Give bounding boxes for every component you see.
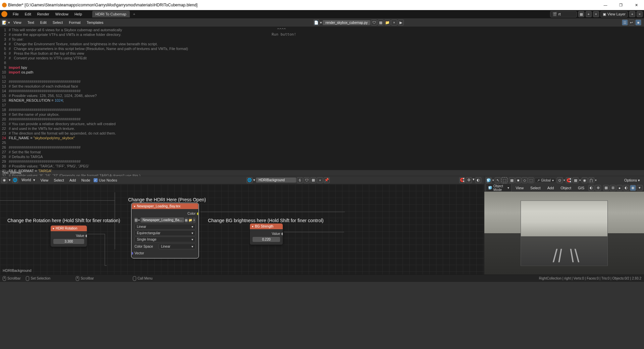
vp-menu-object[interactable]: Object	[558, 185, 574, 191]
node-header-texture[interactable]: ▾Newspaper_Loading_Bay.tex	[132, 203, 198, 209]
material-unlink-button[interactable]: ×	[317, 177, 323, 183]
ne-menu-select[interactable]: Select	[52, 178, 66, 183]
world-selector[interactable]: World ▾	[19, 177, 37, 183]
node-hdri-rotation[interactable]: ▾HDRI Rotation Value 3.300	[50, 225, 87, 247]
te-menu-templates[interactable]: Templates	[84, 19, 106, 26]
code-content[interactable]: # This will render all 6 views for a Sky…	[7, 27, 644, 170]
shading-material[interactable]: ◐	[623, 185, 629, 191]
viewlayer-selector[interactable]: ▣View Layer	[600, 11, 628, 17]
rotation-value-field[interactable]: 3.300	[53, 239, 84, 244]
interpolation-dropdown[interactable]: Linear▾	[135, 224, 196, 230]
socket-color-out[interactable]: Color	[135, 211, 196, 216]
menu-window[interactable]: Window	[53, 11, 71, 17]
node-header-bg[interactable]: ▾BG Strength	[250, 223, 283, 229]
viewport-body[interactable]	[484, 192, 644, 275]
select-visible-toggle[interactable]: ▦	[509, 177, 515, 183]
material-name-field[interactable]: HDRIBackground	[256, 178, 296, 183]
snap-element-selector[interactable]: ▦	[573, 177, 579, 183]
text-new-button[interactable]: ▦	[378, 19, 384, 26]
node-canvas[interactable]: Change the Rotation here (Hold Shift for…	[0, 184, 484, 275]
text-unlink-button[interactable]: ×	[391, 19, 397, 26]
scene-browse-button[interactable]: ▦	[578, 11, 584, 17]
socket-vector-in[interactable]: Vector	[135, 251, 196, 256]
te-menu-select[interactable]: Select	[50, 19, 66, 26]
source-dropdown[interactable]: Single Image▾	[135, 237, 196, 242]
select-all-toggle[interactable]: ⬚	[528, 177, 534, 183]
image-name-field[interactable]: Newspaper_Loading_Ba...	[141, 217, 184, 222]
editor-type-3d-icon[interactable]: 🧊	[486, 177, 492, 183]
proportional-falloff[interactable]: ⋂	[588, 177, 594, 183]
te-menu-edit[interactable]: Edit	[38, 19, 49, 26]
shading-options[interactable]: ▾	[637, 185, 643, 191]
snap-options[interactable]: ⚙	[466, 177, 472, 183]
world-icon[interactable]: 🌐	[12, 177, 18, 183]
image-users-button[interactable]: ▦	[185, 217, 188, 223]
ne-menu-view[interactable]: View	[39, 178, 51, 183]
mode-selector[interactable]: 🧊Object Mode▾	[486, 184, 512, 192]
shield-icon[interactable]: 🛡	[371, 19, 377, 26]
image-unlink-button[interactable]: ×	[193, 217, 196, 223]
viewlayer-new-button[interactable]: +	[629, 11, 635, 17]
editor-type-shader-icon[interactable]: ◉	[1, 177, 7, 183]
use-nodes-checkbox[interactable]: ✓Use Nodes	[94, 178, 117, 182]
scene-new-button[interactable]: +	[586, 11, 592, 17]
node-header-rotation[interactable]: ▾HDRI Rotation	[51, 226, 87, 231]
ne-menu-node[interactable]: Node	[79, 178, 92, 183]
overlay-toggle-vp[interactable]: ⊕	[595, 185, 601, 191]
xray-toggle[interactable]: ▦	[603, 185, 609, 191]
socket-value-out-bg[interactable]: Value	[253, 231, 280, 236]
text-open-button[interactable]: 📁	[384, 19, 390, 26]
fake-user-button[interactable]: 🛡	[304, 177, 310, 183]
word-wrap-toggle[interactable]: ↩	[629, 19, 635, 26]
image-open-button[interactable]: 📁	[189, 217, 192, 223]
snap-toggle[interactable]: 🧲	[459, 177, 465, 183]
syntax-highlight-toggle[interactable]: ■	[635, 19, 641, 26]
text-browse-button[interactable]: 📄	[313, 19, 319, 26]
workspace-add-button[interactable]: +	[130, 11, 138, 17]
orientation-selector[interactable]: ↗Global▾	[535, 178, 556, 183]
colorspace-dropdown[interactable]: Linear▾	[159, 244, 196, 249]
window-minimize-button[interactable]: —	[598, 0, 613, 10]
gizmo-toggle[interactable]: ◐	[588, 185, 594, 191]
select-wire-toggle[interactable]: ◇	[522, 177, 528, 183]
socket-value-out[interactable]: Value	[53, 233, 84, 238]
te-menu-view[interactable]: View	[11, 19, 24, 26]
run-script-button[interactable]: ▶	[398, 19, 404, 26]
vp-menu-view[interactable]: View	[513, 185, 526, 191]
scene-selector[interactable]: 🎬rt	[550, 11, 577, 17]
te-menu-format[interactable]: Format	[66, 19, 83, 26]
proportional-edit[interactable]: ◉	[582, 177, 588, 183]
workspace-tab-hdri[interactable]: HDRI To Cubemap	[92, 11, 130, 17]
line-numbers-toggle[interactable]: ☰	[622, 19, 628, 26]
shading-wireframe[interactable]: ⊞	[610, 185, 616, 191]
snap-toggle-vp[interactable]: 🧲	[566, 177, 572, 183]
node-environment-texture[interactable]: ▾Newspaper_Loading_Bay.tex Color 🖼▾ News…	[131, 203, 199, 258]
pivot-selector[interactable]: ⊙	[557, 177, 563, 183]
image-browse-button[interactable]: 🖼	[135, 217, 138, 223]
cursor-tool[interactable]: ↖	[495, 177, 501, 183]
scene-delete-button[interactable]: ×	[593, 11, 599, 17]
window-close-button[interactable]: ✕	[629, 0, 644, 10]
vp-menu-select[interactable]: Select	[528, 185, 543, 191]
vp-menu-gis[interactable]: GIS	[575, 185, 587, 191]
viewlayer-delete-button[interactable]: ×	[637, 11, 643, 17]
editor-type-selector[interactable]: 📝	[1, 19, 7, 26]
ne-menu-add[interactable]: Add	[67, 178, 78, 183]
te-menu-text[interactable]: Text	[25, 19, 37, 26]
text-editor-area[interactable]: 1234567891011121314151617181920212223242…	[0, 27, 644, 170]
projection-dropdown[interactable]: Equirectangular▾	[135, 230, 196, 236]
menu-help[interactable]: Help	[72, 11, 85, 17]
select-box-tool[interactable]: ⬚	[501, 177, 507, 183]
viewport-options[interactable]: Options ▾	[622, 177, 643, 184]
shading-rendered[interactable]: ◉	[630, 185, 636, 191]
vp-menu-add[interactable]: Add	[545, 185, 557, 191]
menu-edit[interactable]: Edit	[22, 11, 34, 17]
material-browse-button[interactable]: 🌐	[247, 177, 253, 183]
material-users[interactable]: 6	[297, 177, 303, 183]
select-solid-toggle[interactable]: ■	[515, 177, 521, 183]
material-new-button[interactable]: ▦	[310, 177, 316, 183]
overlay-toggle[interactable]: ◐	[475, 177, 481, 183]
pin-button[interactable]: 📌	[324, 177, 330, 183]
bg-value-field[interactable]: 0.220	[253, 237, 280, 242]
text-filename-field[interactable]: render_skybox_cubemap.py	[323, 20, 370, 25]
